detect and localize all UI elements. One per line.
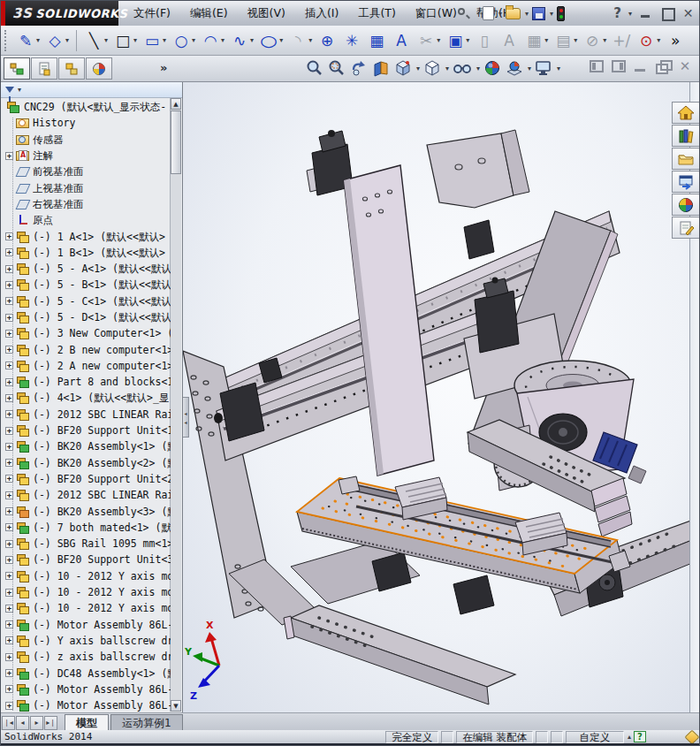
save-dropdown[interactable]: ▾ xyxy=(550,10,553,18)
tree-item[interactable]: 右视基准面 xyxy=(4,196,171,212)
minimize-button[interactable] xyxy=(638,7,653,19)
tab-scroll-last-button[interactable]: ▸❘ xyxy=(44,716,57,730)
tree-item[interactable]: +(-) Part 8 and blocks<1 xyxy=(4,374,171,390)
tree-item[interactable]: +(-) 10 - 2012 Y axis mo xyxy=(4,600,171,616)
hide-show-items-icon[interactable] xyxy=(452,58,473,78)
zoom-area-icon[interactable] xyxy=(327,58,346,78)
expand-toggle[interactable]: + xyxy=(5,152,13,160)
centerpoint-arc-icon[interactable]: ◠▾ xyxy=(199,30,226,51)
traffic-light-icon[interactable] xyxy=(557,6,565,21)
corner-rectangle-icon[interactable]: □▾ xyxy=(111,30,139,51)
move-entities-icon[interactable]: ⊘▾ xyxy=(581,30,608,51)
open-document-icon[interactable] xyxy=(506,8,521,19)
expand-toggle[interactable]: + xyxy=(5,314,13,322)
doc-tab-1[interactable]: 运动算例1 xyxy=(110,714,183,730)
star-icon[interactable]: ✳ xyxy=(340,30,363,51)
expand-toggle[interactable]: + xyxy=(5,281,13,289)
line-icon[interactable]: ╲▾ xyxy=(82,30,110,51)
tree-item[interactable]: +(-) 1 A<1> (默认<<默认> xyxy=(4,228,171,244)
file-explorer-icon[interactable] xyxy=(672,148,700,170)
linear-pattern-icon[interactable]: ▦▾ xyxy=(522,30,550,51)
tree-item[interactable]: +(-) DC48 Assembly<1> (默 xyxy=(4,665,171,681)
expand-toggle[interactable]: + xyxy=(5,589,13,597)
menu-1[interactable]: 编辑(E) xyxy=(181,4,237,24)
expand-toggle[interactable]: + xyxy=(5,685,13,693)
expand-toggle[interactable]: + xyxy=(5,443,13,451)
expand-toggle[interactable]: + xyxy=(5,620,13,628)
tree-item[interactable]: +(-) BF20 Support Unit<3 xyxy=(4,552,171,567)
tree-item[interactable]: +(-) 5 - C<1> (默认<<默认 xyxy=(4,293,171,309)
tree-item[interactable]: +(-) 1 B<1> (默认<<默认> xyxy=(4,245,171,261)
expand-toggle[interactable]: + xyxy=(5,297,13,305)
expand-toggle[interactable]: + xyxy=(5,636,13,644)
section-view-icon[interactable] xyxy=(371,58,391,78)
expand-toggle[interactable]: + xyxy=(5,248,13,256)
tree-item[interactable]: +(-) BK20 Assembly<2> (默 xyxy=(4,455,171,471)
expand-toggle[interactable]: + xyxy=(5,410,13,418)
pane-left-icon[interactable] xyxy=(590,60,604,72)
appearances-scenes-icon[interactable] xyxy=(672,194,700,216)
menu-0[interactable]: 文件(F) xyxy=(125,4,179,24)
straight-slot-icon[interactable]: ▭▾ xyxy=(141,30,168,51)
doc-tab-0[interactable]: 模型 xyxy=(65,714,109,730)
edit-appearance-icon[interactable] xyxy=(483,58,502,78)
expand-toggle[interactable]: + xyxy=(5,394,13,402)
surface-mesh-icon[interactable]: ▦ xyxy=(365,30,388,51)
tree-item[interactable]: +(-) 10 - 2012 Y axis mo xyxy=(4,584,171,600)
tab-scroll-prev-button[interactable]: ◂ xyxy=(16,716,29,730)
tree-item[interactable]: +(-) 5 - D<1> (默认<<默认 xyxy=(4,309,171,325)
expand-toggle[interactable]: + xyxy=(5,507,13,515)
menu-2[interactable]: 视图(V) xyxy=(239,4,294,24)
apply-scene-dropdown[interactable]: ▾ xyxy=(528,65,531,72)
menu-3[interactable]: 插入(I) xyxy=(296,4,347,24)
tree-item[interactable]: +(-) 2012 SBC LINEAR Rai xyxy=(4,407,171,422)
tree-item[interactable]: 前视基准面 xyxy=(4,164,171,179)
sketch-icon[interactable]: ✎▾ xyxy=(14,30,42,51)
pane-right-icon[interactable] xyxy=(612,60,626,72)
tree-item[interactable]: +(-) SBG Rail 1095 mm<1> xyxy=(4,536,171,552)
tree-root[interactable]: CNC29 (默认<默认_显示状态- xyxy=(4,99,171,115)
tree-item[interactable]: 传感器 xyxy=(4,132,171,148)
display-style-icon[interactable] xyxy=(422,58,442,78)
tab-scroll-first-button[interactable]: ❘◂ xyxy=(2,716,15,730)
tree-item[interactable]: +(-) Y axis ballscrew dr xyxy=(4,633,171,649)
tree-item[interactable]: +(-) 2 A new computer<1> xyxy=(4,358,171,374)
help-dropdown[interactable]: ▾ xyxy=(628,10,632,18)
tree-item[interactable]: +(-) 2 B new computer<1> xyxy=(4,341,171,357)
custom-properties-icon[interactable] xyxy=(672,217,700,239)
sketch-fillet-icon[interactable]: ◝▾ xyxy=(286,30,314,51)
tree-item[interactable]: +(-) 3 New Computer<1> ( xyxy=(4,325,171,341)
scroll-up-button[interactable]: ▲ xyxy=(171,98,181,110)
tree-item[interactable]: History xyxy=(4,115,171,131)
expand-toggle[interactable]: + xyxy=(5,378,13,386)
doc-restore-button[interactable] xyxy=(656,60,670,72)
tree-item[interactable]: 原点 xyxy=(4,212,171,228)
filter-dropdown[interactable]: ▾ xyxy=(18,86,21,94)
hide-show-dropdown[interactable]: ▾ xyxy=(476,65,480,72)
expand-toggle[interactable]: + xyxy=(5,669,13,677)
expand-toggle[interactable]: + xyxy=(5,605,13,613)
expand-toggle[interactable]: + xyxy=(5,330,13,338)
cnc-assembly-model[interactable]: X Y Z xyxy=(183,82,700,712)
expand-toggle[interactable]: + xyxy=(5,232,13,240)
convert-entities-icon[interactable]: ▣▾ xyxy=(444,30,471,51)
tree-item[interactable]: +(-) Motor Assembly 86L- xyxy=(4,617,171,633)
annotation-icon[interactable]: A xyxy=(498,30,521,51)
reference-axis-icon[interactable]: ⊙▾ xyxy=(635,30,662,51)
doc-close-button[interactable]: ✕ xyxy=(678,60,692,72)
apply-scene-icon[interactable] xyxy=(505,58,524,78)
save-icon[interactable] xyxy=(532,7,545,20)
expand-toggle[interactable]: + xyxy=(5,702,13,710)
tree-item[interactable]: +(-) Motor Assembly 86L- xyxy=(4,681,171,697)
expand-toggle[interactable]: + xyxy=(5,653,13,661)
sketch-picture-icon[interactable]: +/ xyxy=(610,30,633,51)
resources-home-icon[interactable] xyxy=(672,102,700,124)
spline-icon[interactable]: ∿▾ xyxy=(228,30,255,51)
expand-toggle[interactable]: + xyxy=(5,491,13,499)
tree-item[interactable]: +(-) 5 - B<1> (默认<<默认 xyxy=(4,277,171,293)
expand-toggle[interactable]: + xyxy=(5,459,13,467)
toolbar-grip[interactable] xyxy=(4,30,8,51)
panel-tabs-overflow[interactable]: » xyxy=(160,61,167,74)
tree-item[interactable]: +注解 xyxy=(4,148,171,164)
tree-item[interactable]: +(-) 5 - A<1> (默认<<默认 xyxy=(4,261,171,277)
